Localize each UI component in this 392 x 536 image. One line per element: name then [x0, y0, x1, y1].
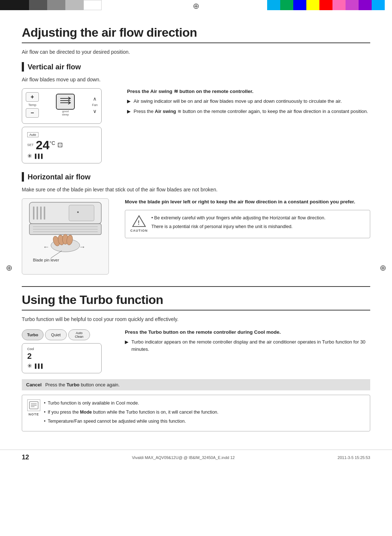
swing-icon	[59, 96, 72, 108]
turbo-btn-row: Turbo Quiet AutoClean	[22, 329, 116, 340]
subsection1-bar	[22, 62, 24, 72]
svg-text:●: ●	[77, 210, 79, 214]
subsection2-heading: Horizontal air flow	[22, 172, 370, 182]
mid-gray-swatch	[47, 0, 65, 10]
subsection1-title: Vertical air flow	[28, 63, 81, 71]
vertical-airflow-section: + Temp −	[22, 88, 370, 163]
bullet-arrow-2: ▶	[127, 108, 131, 115]
turbo-right-col: Press the Turbo button on the remote con…	[125, 329, 370, 373]
horizontal-layout: ● ← →	[22, 198, 370, 276]
quiet-btn-label: Quiet	[51, 333, 61, 337]
bar-icon: ▐▐▐	[33, 154, 43, 159]
svg-text:←: ←	[43, 243, 50, 251]
swing-btn-area: goodsleep	[56, 94, 75, 116]
set-label: SET	[27, 143, 34, 147]
svg-rect-5	[37, 207, 38, 220]
section2-title: Using the Turbo function	[22, 293, 370, 310]
display-icons: ✳ ▐▐▐	[27, 153, 96, 159]
turbo-left: Turbo Quiet AutoClean Cool 2 ✳ ▐▐▐	[22, 329, 116, 373]
black-swatch	[0, 0, 29, 10]
auto-clean-btn: AutoClean	[68, 329, 90, 340]
cancel-label: Cancel	[26, 382, 42, 387]
plus-btn: +	[26, 92, 39, 102]
display-set-row: SET 24°C ⊡	[27, 139, 96, 151]
instruction-bold: Press the Air swing ≋ button on the remo…	[127, 88, 370, 94]
sleep-label: goodsleep	[62, 110, 69, 116]
svg-rect-6	[40, 207, 42, 220]
vertical-instructions: Press the Air swing ≋ button on the remo…	[127, 88, 370, 163]
bullet-arrow-1: ▶	[127, 98, 131, 105]
fan-group: ∧ Fan ∨	[92, 96, 98, 114]
horizontal-right-col: Move the blade pin lever left or right t…	[125, 198, 370, 276]
horizontal-section: Horizontal air flow Make sure one of the…	[22, 172, 370, 276]
color-block-left	[0, 0, 138, 10]
svg-text:→: →	[79, 243, 86, 251]
turbo-bar-icon: ▐▐▐	[33, 364, 43, 369]
section1-title: Adjusting the air flow direction	[22, 25, 370, 43]
fan-arrows: ∧	[92, 96, 98, 102]
light-gray-swatch	[65, 0, 83, 10]
bullet1: ▶ Air swing indicator will be on and air…	[127, 98, 370, 105]
cancel-row: Cancel Press the Turbo button once again…	[22, 379, 370, 390]
section1-intro: Air flow can be directed to your desired…	[22, 49, 370, 55]
note-icon	[29, 401, 39, 410]
turbo-btn-label: Turbo	[27, 333, 38, 337]
subsection2-bar	[22, 172, 24, 182]
subsection2-title: Horizontal air flow	[28, 173, 90, 181]
svg-text:Blade pin lever: Blade pin lever	[33, 258, 59, 262]
remote-display: Auto SET 24°C ⊡ ✳ ▐▐▐	[22, 127, 102, 163]
footer-left: Vivaldi MAX_AQV09&12U@ @ IB&IM_32450A_E.…	[132, 455, 234, 460]
temp-group: + Temp −	[26, 92, 39, 118]
note-icon-col: NOTE	[27, 399, 40, 427]
quiet-btn: Quiet	[45, 329, 67, 340]
note-item1: Turbo function is only available in Cool…	[44, 399, 219, 407]
down-arrow-icon: ∨	[93, 108, 97, 114]
caution-icon-col: ! CAUTION	[130, 215, 148, 234]
note-item3: Temperature/Fan speed cannot be adjusted…	[44, 418, 219, 425]
turbo-section: Turbo Quiet AutoClean Cool 2 ✳ ▐▐▐	[22, 329, 370, 373]
page-footer: 12 Vivaldi MAX_AQV09&12U@ @ IB&IM_32450A…	[0, 450, 392, 465]
remote-illustration: + Temp −	[22, 88, 116, 163]
page-content: Adjusting the air flow direction Air flo…	[0, 15, 392, 442]
page-number: 12	[22, 454, 29, 461]
note-box: NOTE Turbo function is only available in…	[22, 395, 370, 431]
caution-text: • Be extremely careful with your fingers…	[151, 215, 326, 234]
dark-gray-swatch	[29, 0, 47, 10]
turbo-btn: Turbo	[22, 329, 44, 340]
caution-text1: • Be extremely careful with your fingers…	[151, 215, 326, 222]
svg-text:!: !	[138, 220, 140, 226]
section2-intro: Turbo function will be helpful to cool y…	[22, 316, 370, 322]
ac-unit-svg: ● ← →	[22, 198, 109, 275]
turbo-display: Cool 2 ✳ ▐▐▐	[22, 343, 102, 373]
caution-triangle-icon: !	[132, 215, 146, 228]
compass-top-icon: ⊕	[193, 1, 199, 11]
turbo-bullet1-text: Turbo indicator appears on the remote co…	[131, 338, 370, 353]
sky-blue-swatch	[372, 0, 385, 10]
cancel-text: Press the Turbo button once again.	[45, 382, 120, 387]
footer-right: 2011-3-5 15:25:53	[338, 455, 370, 460]
auto-label: Auto	[27, 132, 38, 137]
up-arrow-icon: ∧	[93, 96, 97, 102]
remote-top-row: + Temp −	[26, 92, 98, 118]
snowflake-icon: ✳	[27, 153, 32, 159]
subsection1-desc: Air flow blades move up and down.	[22, 77, 370, 82]
minus-btn: −	[26, 108, 39, 118]
auto-clean-label: AutoClean	[75, 331, 83, 338]
section-divider	[22, 286, 370, 287]
turbo-instruction: Press the Turbo button on the remote con…	[125, 329, 370, 335]
ac-illustration: ● ← →	[22, 198, 116, 276]
compass-left-icon: ⊕	[6, 263, 12, 273]
blue-swatch	[293, 0, 306, 10]
caution-text2: There is a potential risk of personal in…	[151, 223, 326, 230]
signal-icon: ⊡	[57, 141, 63, 149]
color-block-right	[267, 0, 385, 10]
fan-down-arrows: ∨	[92, 108, 98, 114]
note-label: NOTE	[28, 412, 39, 417]
bullet2-text: Press the Air swing ≋ button on the remo…	[134, 108, 368, 115]
temp-value: 24°C	[36, 139, 56, 151]
temp-unit: °C	[49, 140, 55, 146]
turbo-bullet-arrow: ▶	[125, 338, 128, 353]
swing-btn	[56, 94, 75, 110]
purple-swatch	[359, 0, 372, 10]
pink-swatch	[332, 0, 346, 10]
